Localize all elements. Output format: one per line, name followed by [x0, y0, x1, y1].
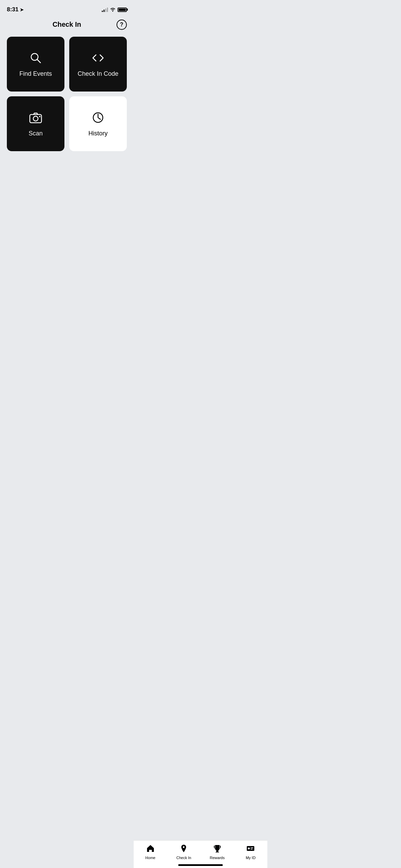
svg-point-4 — [39, 116, 40, 117]
page-header: Check In ? — [0, 17, 134, 35]
status-icons — [102, 7, 127, 13]
svg-point-3 — [33, 116, 38, 121]
wifi-icon — [110, 7, 116, 13]
find-events-label: Find Events — [19, 70, 52, 77]
code-icon — [91, 51, 105, 66]
svg-line-1 — [37, 59, 40, 63]
battery-icon — [118, 8, 127, 12]
clock-icon — [91, 110, 105, 126]
check-in-code-label: Check In Code — [77, 70, 118, 77]
cards-grid: Find Events Check In Code Scan — [0, 37, 134, 151]
svg-rect-2 — [30, 114, 41, 123]
camera-icon — [28, 110, 43, 126]
scan-card[interactable]: Scan — [7, 96, 64, 151]
scan-label: Scan — [28, 130, 42, 137]
location-arrow-icon: ➤ — [20, 7, 24, 12]
history-card[interactable]: History — [69, 96, 127, 151]
page-title: Check In — [52, 21, 81, 28]
find-events-card[interactable]: Find Events — [7, 37, 64, 92]
status-time: 8:31 ➤ — [7, 6, 24, 13]
signal-icon — [102, 7, 108, 12]
status-bar: 8:31 ➤ — [0, 0, 134, 17]
check-in-code-card[interactable]: Check In Code — [69, 37, 127, 92]
help-button[interactable]: ? — [117, 20, 127, 30]
history-label: History — [88, 130, 108, 137]
search-icon — [28, 51, 43, 66]
